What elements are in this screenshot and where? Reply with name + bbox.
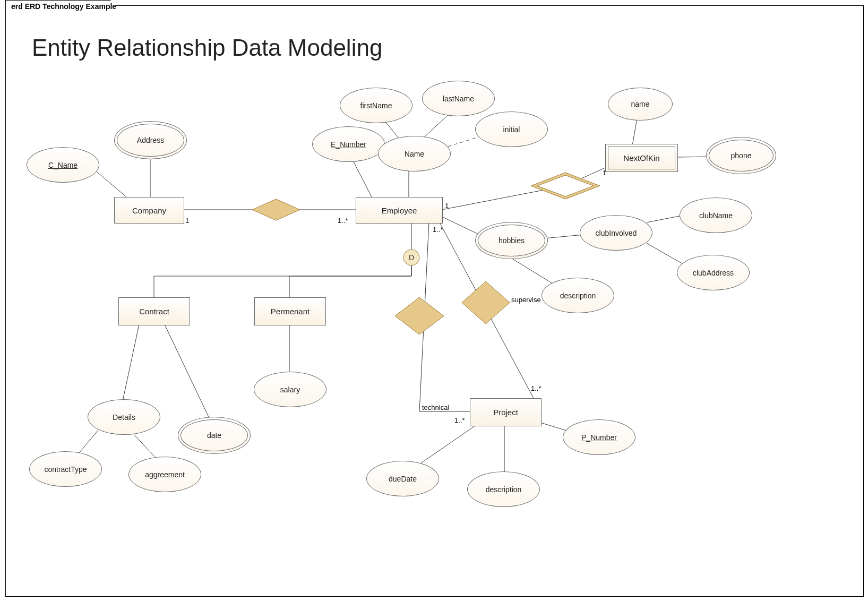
attr-firstname: firstName <box>340 88 412 123</box>
attr-clubname: clubName <box>680 198 752 233</box>
attr-clubinvolved: clubInvolved <box>580 215 652 251</box>
label-supervise: supervise <box>511 296 541 304</box>
disjoint-label: D <box>409 253 414 262</box>
attr-enumber-label: E_Number <box>331 140 366 149</box>
cardinality-project-sup: 1..* <box>531 384 542 392</box>
attr-pnumber: P_Number <box>563 419 635 455</box>
edge-enumber-employee <box>350 156 372 197</box>
relationship-technical <box>395 297 444 334</box>
attr-lastname: lastName <box>422 81 495 116</box>
attr-date-label: date <box>207 431 221 440</box>
attr-kinname: name <box>608 88 673 121</box>
attr-initial: initial <box>475 111 548 147</box>
attr-details: Details <box>88 399 160 435</box>
attr-address-label: Address <box>137 136 164 144</box>
cardinality-nok: 1 <box>603 169 606 177</box>
entity-company: Company <box>114 197 184 224</box>
edge-contract-date <box>165 324 212 425</box>
cardinality-employee-proj: 1..* <box>433 226 443 234</box>
attr-projdesc: description <box>467 471 540 507</box>
edge-cname-company <box>94 169 126 197</box>
entity-employee: Employee <box>356 197 443 224</box>
attr-duedate: dueDate <box>366 461 439 496</box>
attr-aggreement: aggreement <box>128 457 201 492</box>
attr-address: Address <box>114 121 187 159</box>
entity-permanent: Permenant <box>254 297 326 325</box>
edge-contract-details <box>122 324 139 403</box>
entity-contract: Contract <box>118 297 190 325</box>
relationship-supervise <box>462 281 510 324</box>
relationship-company-employee <box>252 199 300 220</box>
cardinality-company: 1 <box>185 217 189 225</box>
attr-contracttype: contractType <box>29 451 102 487</box>
entity-project: Project <box>470 398 542 426</box>
attr-name: Name <box>378 136 451 171</box>
cardinality-project-tech: 1..* <box>454 416 465 424</box>
attr-hobbies-label: hobbies <box>499 236 525 245</box>
attr-enumber: E_Number <box>312 126 385 162</box>
attr-date: date <box>178 417 251 454</box>
edge-d-contract <box>154 265 411 297</box>
cardinality-employee-nok: 1 <box>445 202 449 210</box>
attr-phone: phone <box>706 137 776 174</box>
svg-marker-1 <box>537 175 594 196</box>
attr-clubaddress: clubAddress <box>677 255 750 290</box>
relationship-employee-nextofkin <box>531 173 600 199</box>
edge-d-permanent <box>289 265 411 297</box>
attr-phone-label: phone <box>731 151 752 160</box>
label-technical: technical <box>422 403 449 411</box>
entity-nextofkin: NextOfKin <box>605 144 678 172</box>
attr-pnumber-label: P_Number <box>581 433 617 442</box>
attr-cname: C_Name <box>27 147 99 183</box>
attr-hobbies: hobbies <box>475 222 548 259</box>
entity-nextofkin-label: NextOfKin <box>623 153 659 162</box>
attr-salary: salary <box>254 372 326 407</box>
attr-hobbydesc: description <box>542 278 614 313</box>
cardinality-employee-left: 1..* <box>338 217 348 225</box>
attr-cname-label: C_Name <box>48 161 78 169</box>
